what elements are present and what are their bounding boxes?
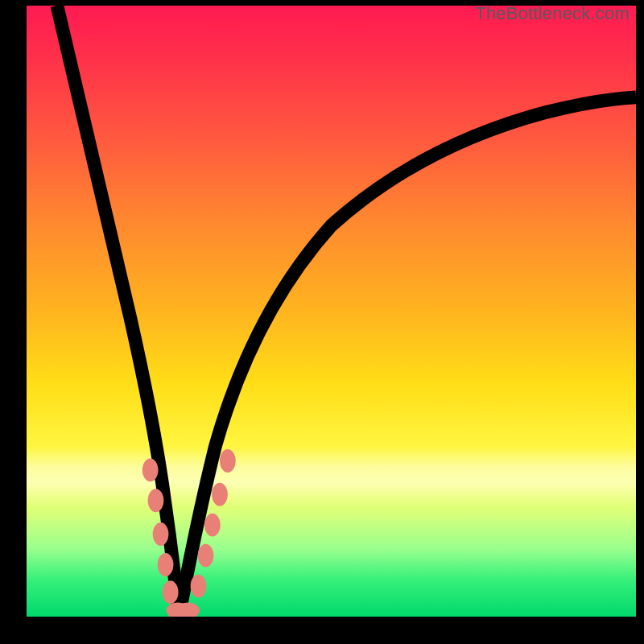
gradient-background bbox=[27, 6, 636, 617]
watermark-text: TheBottleneck.com bbox=[475, 3, 630, 24]
chart-stage: TheBottleneck.com bbox=[0, 0, 644, 644]
